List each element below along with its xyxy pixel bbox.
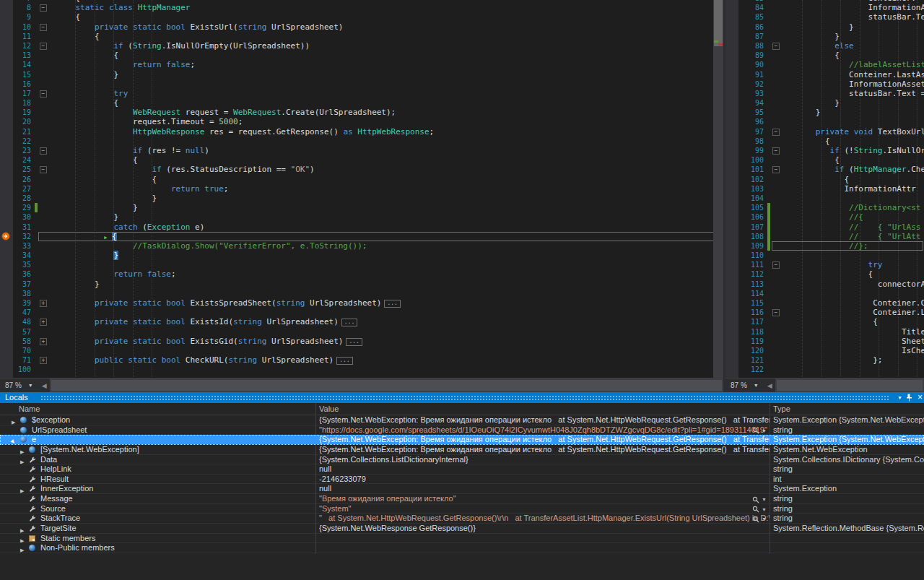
code-editor-left[interactable]: 7 {8− static class HttpManager9 {10− pri… xyxy=(0,0,723,392)
code-line[interactable]: 31 catch (Exception e) xyxy=(0,222,723,232)
code-line[interactable]: 34 } xyxy=(0,251,723,260)
code-line[interactable]: 90 //labelAssetListName xyxy=(725,60,924,69)
magnifier-dropdown-icon[interactable]: ▼ xyxy=(762,505,767,514)
magnifier-icon[interactable] xyxy=(752,427,759,434)
code-line[interactable]: 109 //}; xyxy=(725,241,924,251)
code-line[interactable]: 57 xyxy=(0,327,723,337)
scrollbar-thumb[interactable] xyxy=(777,380,923,391)
fold-toggle-icon[interactable]: − xyxy=(40,147,47,155)
value-cell[interactable]: {System.Net.WebException: Время ожидания… xyxy=(315,445,770,454)
code-line[interactable]: 36 return false; xyxy=(0,269,723,279)
fold-toggle-icon[interactable]: + xyxy=(40,338,47,345)
code-line[interactable]: 86 } xyxy=(725,22,924,32)
locals-row[interactable]: ▶InnerExceptionnullSystem.Exception xyxy=(0,484,924,494)
locals-row[interactable]: ▶[System.Net.WebException]{System.Net.We… xyxy=(0,445,924,455)
scroll-left-arrow-icon[interactable]: ◀ xyxy=(39,382,50,389)
fold-toggle-icon[interactable]: − xyxy=(40,166,47,173)
horizontal-scrollbar[interactable] xyxy=(50,378,723,392)
collapsed-region-box[interactable]: ... xyxy=(341,319,357,326)
value-cell[interactable] xyxy=(315,543,770,553)
locals-row[interactable]: Source"System"▼string xyxy=(0,504,924,514)
magnifier-dropdown-icon[interactable]: ▼ xyxy=(762,426,767,435)
code-line[interactable]: 35 xyxy=(0,260,723,269)
code-line[interactable]: 24 { xyxy=(0,155,723,165)
column-header-name[interactable]: Name xyxy=(19,404,40,413)
column-header-type[interactable]: Type xyxy=(773,404,790,413)
code-editor-right[interactable]: 83 Conteiner.84 InformationAssets85 stat… xyxy=(725,0,924,392)
code-line[interactable]: 88− else xyxy=(725,41,924,51)
fold-toggle-icon[interactable]: − xyxy=(772,129,780,136)
code-line[interactable]: 94 } xyxy=(725,98,924,108)
locals-row[interactable]: Message"Время ожидания операции истекло"… xyxy=(0,494,924,504)
code-line[interactable]: 100 xyxy=(0,365,723,374)
expand-expander-icon[interactable]: ▶ xyxy=(20,447,24,454)
code-line[interactable]: 70 xyxy=(0,346,723,355)
code-line[interactable]: 18 { xyxy=(0,98,723,108)
code-line[interactable]: 84 InformationAssets xyxy=(725,3,924,12)
code-line[interactable]: 38 xyxy=(0,289,723,298)
code-line[interactable]: 32 ▶ { xyxy=(0,232,723,241)
fold-toggle-icon[interactable]: − xyxy=(40,90,47,98)
scroll-left-arrow-icon[interactable]: ◀ xyxy=(764,382,775,389)
code-line[interactable]: 48+ private static bool ExistsId(string … xyxy=(0,317,723,326)
value-cell[interactable]: {System.Net.WebException: Время ожидания… xyxy=(315,415,770,425)
code-line[interactable]: 25− if (res.StatusDescription == "OK") xyxy=(0,165,723,174)
value-cell[interactable]: -2146233079 xyxy=(315,475,770,484)
locals-row[interactable]: StackTrace" at System.Net.HttpWebRequest… xyxy=(0,514,924,524)
scrollbar-thumb[interactable] xyxy=(51,380,722,391)
code-line[interactable]: 47 xyxy=(0,308,723,317)
locals-row[interactable]: ▶TargetSite{System.Net.WebResponse GetRe… xyxy=(0,524,924,534)
value-cell[interactable]: null xyxy=(315,484,770,493)
code-line[interactable]: 98 { xyxy=(725,137,924,146)
code-line[interactable]: 99− if (!String.IsNullOrWhit xyxy=(725,146,924,155)
expand-expander-icon[interactable]: ▶ xyxy=(20,536,24,543)
horizontal-scrollbar[interactable] xyxy=(775,378,924,392)
locals-row[interactable]: ▶Static members xyxy=(0,534,924,544)
expand-expander-icon[interactable]: ▶ xyxy=(20,486,24,493)
code-line[interactable]: 12− if (String.IsNullOrEmpty(UrlSpreadsh… xyxy=(0,41,723,51)
locals-row[interactable]: ▶$exception{System.Net.WebException: Вре… xyxy=(0,415,924,425)
magnifier-dropdown-icon[interactable]: ▼ xyxy=(762,495,767,503)
code-line[interactable]: 11 { xyxy=(0,32,723,41)
locals-row[interactable]: ▶Non-Public members xyxy=(0,543,924,553)
code-line[interactable]: 106 //{ xyxy=(725,212,924,222)
magnifier-icon[interactable] xyxy=(752,496,759,503)
code-line[interactable]: 20 request.Timeout = 5000; xyxy=(0,117,723,126)
locals-row[interactable]: ▶e{System.Net.WebException: Время ожидан… xyxy=(0,435,924,445)
code-line[interactable]: 120 IsCheck xyxy=(725,346,924,355)
code-line[interactable]: 112 { xyxy=(725,269,924,279)
code-line[interactable]: 119 SheetNa xyxy=(725,337,924,346)
zoom-select[interactable]: 87 % ▼ xyxy=(725,381,764,389)
code-line[interactable]: 117 { xyxy=(725,317,924,326)
collapsed-region-box[interactable]: ... xyxy=(384,300,400,308)
value-cell[interactable]: "Время ожидания операции истекло"▼ xyxy=(315,494,770,503)
code-line[interactable]: 101− if (HttpManager.Che xyxy=(725,165,924,174)
code-line[interactable]: 30 } xyxy=(0,212,723,222)
collapsed-region-box[interactable]: ... xyxy=(346,338,362,346)
code-line[interactable]: 89 { xyxy=(725,51,924,60)
fold-toggle-icon[interactable]: − xyxy=(772,309,780,316)
close-icon[interactable]: × xyxy=(918,392,923,403)
magnifier-icon[interactable] xyxy=(752,516,759,523)
value-cell[interactable]: {System.Net.WebException: Время ожидания… xyxy=(315,435,770,444)
code-line[interactable]: 19 WebRequest request = WebRequest.Creat… xyxy=(0,108,723,117)
vertical-scrollbar[interactable] xyxy=(713,0,723,378)
code-line[interactable]: 15 } xyxy=(0,70,723,79)
code-line[interactable]: 105 //Dictionary<st xyxy=(725,203,924,212)
value-cell[interactable]: " at System.Net.HttpWebRequest.GetRespon… xyxy=(315,514,770,523)
fold-toggle-icon[interactable]: − xyxy=(40,43,47,50)
zoom-select[interactable]: 87 % ▼ xyxy=(0,381,39,389)
locals-row[interactable]: HResult-2146233079int xyxy=(0,475,924,485)
column-separator[interactable] xyxy=(315,403,316,554)
value-cell[interactable]: {System.Collections.ListDictionaryIntern… xyxy=(315,455,770,464)
value-cell[interactable]: {System.Net.WebResponse GetResponse()} xyxy=(315,524,770,533)
code-line[interactable]: 116− Conteiner.L xyxy=(725,308,924,317)
fold-toggle-icon[interactable]: − xyxy=(772,147,780,155)
locals-row[interactable]: ▶Data{System.Collections.ListDictionaryI… xyxy=(0,455,924,465)
code-line[interactable]: 102 { xyxy=(725,175,924,184)
magnifier-dropdown-icon[interactable]: ▼ xyxy=(762,514,767,523)
fold-toggle-icon[interactable]: + xyxy=(40,357,47,364)
expand-expander-icon[interactable]: ▶ xyxy=(12,417,15,425)
value-cell[interactable]: "https://docs.google.com/spreadsheets/d/… xyxy=(315,425,770,435)
code-line[interactable]: 115 Conteiner.C xyxy=(725,298,924,308)
